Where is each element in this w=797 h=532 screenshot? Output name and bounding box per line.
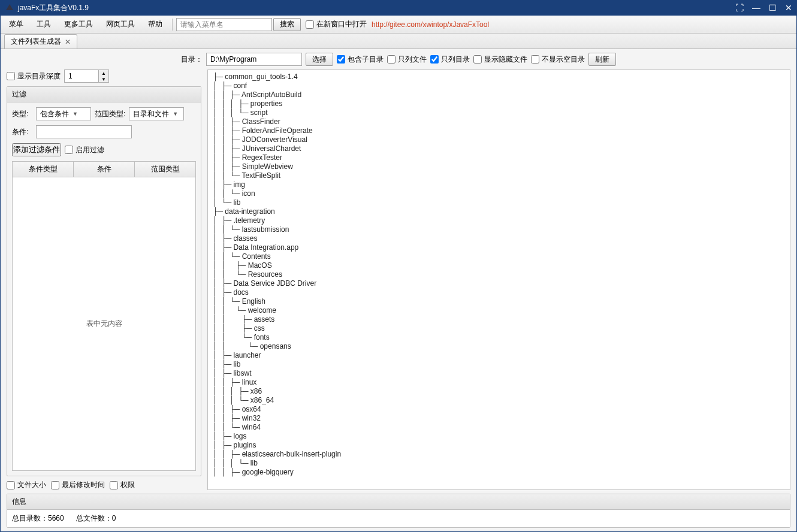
sidebar: 显示目录深度 ▲ ▼ 过滤 类型: xyxy=(7,69,201,490)
filter-group: 过滤 类型: 包含条件▼ 范围类型: 目录和文件▼ 条件: xyxy=(7,86,201,476)
spinner-up-icon[interactable]: ▲ xyxy=(99,70,108,76)
info-panel: 信息 总目录数：5660 总文件数：0 xyxy=(7,494,790,528)
new-window-label: 在新窗口中打开 xyxy=(316,19,367,29)
chevron-down-icon: ▼ xyxy=(73,111,78,117)
only-files-label: 只列文件 xyxy=(398,55,427,65)
perm-checkbox[interactable] xyxy=(110,481,118,489)
type-combo[interactable]: 包含条件▼ xyxy=(36,107,91,120)
filesize-checkbox[interactable] xyxy=(7,481,15,489)
depth-spinner[interactable]: ▲ ▼ xyxy=(64,69,109,83)
th-cond-type[interactable]: 条件类型 xyxy=(13,162,74,177)
minimize-icon[interactable]: — xyxy=(752,3,760,13)
menu-item-web-tools[interactable]: 网页工具 xyxy=(100,17,141,32)
app-icon xyxy=(5,3,14,13)
show-depth-checkbox[interactable] xyxy=(7,72,15,80)
mtime-checkbox[interactable] xyxy=(51,481,59,489)
scope-type-label: 范围类型: xyxy=(95,109,125,119)
th-cond[interactable]: 条件 xyxy=(74,162,135,177)
menu-item-menu[interactable]: 菜单 xyxy=(3,17,29,32)
search-button[interactable]: 搜索 xyxy=(273,18,301,31)
scope-type-combo[interactable]: 目录和文件▼ xyxy=(129,107,184,120)
total-dirs: 总目录数：5660 xyxy=(12,513,64,524)
total-files: 总文件数：0 xyxy=(76,513,116,524)
info-header: 信息 xyxy=(7,494,790,510)
project-link[interactable]: http://gitee.com/xwintop/xJavaFxTool xyxy=(372,20,489,29)
type-label: 类型: xyxy=(12,109,32,119)
th-scope-type[interactable]: 范围类型 xyxy=(135,162,195,177)
include-sub-label: 包含子目录 xyxy=(348,55,384,65)
filter-table: 条件类型 条件 范围类型 表中无内容 xyxy=(12,161,196,471)
refresh-button[interactable]: 刷新 xyxy=(588,53,616,66)
new-window-checkbox[interactable] xyxy=(306,20,314,29)
menu-item-tools[interactable]: 工具 xyxy=(31,17,57,32)
enable-filter-label: 启用过滤 xyxy=(76,145,104,155)
include-sub-checkbox[interactable] xyxy=(337,55,345,64)
add-filter-button[interactable]: 添加过滤条件 xyxy=(12,143,61,156)
only-files-checkbox[interactable] xyxy=(387,55,396,64)
show-hidden-label: 显示隐藏文件 xyxy=(484,55,527,65)
show-depth-label: 显示目录深度 xyxy=(17,71,61,81)
menu-search-input[interactable] xyxy=(176,18,272,31)
only-dirs-checkbox[interactable] xyxy=(430,55,439,64)
no-empty-dir-checkbox[interactable] xyxy=(531,55,539,64)
titlebar: javaFx工具集合V0.1.9 ⛶ — ☐ ✕ xyxy=(0,0,797,16)
tab-close-icon[interactable]: ✕ xyxy=(65,38,71,46)
menu-separator xyxy=(172,19,173,31)
toolbar: 目录： 选择 包含子目录 只列文件 只列目录 显示隐藏文件 不显示空目录 刷新 xyxy=(1,49,796,69)
show-hidden-checkbox[interactable] xyxy=(473,55,482,64)
menu-item-help[interactable]: 帮助 xyxy=(142,17,168,32)
window-title: javaFx工具集合V0.1.9 xyxy=(18,3,735,13)
maximize-icon[interactable]: ☐ xyxy=(769,3,777,13)
no-empty-dir-label: 不显示空目录 xyxy=(542,55,585,65)
spinner-down-icon[interactable]: ▼ xyxy=(99,76,108,82)
menu-item-more-tools[interactable]: 更多工具 xyxy=(58,17,99,32)
close-icon[interactable]: ✕ xyxy=(785,3,792,13)
perm-label: 权限 xyxy=(120,480,135,490)
dir-input[interactable] xyxy=(206,53,302,66)
file-tree[interactable]: ├─ common_gui_tools-1.4 │ ├─ conf │ │ ├─… xyxy=(207,69,790,490)
only-dirs-label: 只列目录 xyxy=(441,55,470,65)
fullscreen-icon[interactable]: ⛶ xyxy=(735,3,744,13)
depth-input[interactable] xyxy=(65,70,98,82)
filesize-label: 文件大小 xyxy=(17,480,46,490)
tab-file-list-generator[interactable]: 文件列表生成器 ✕ xyxy=(4,34,77,49)
dir-label: 目录： xyxy=(181,55,203,65)
tab-label: 文件列表生成器 xyxy=(11,37,61,47)
enable-filter-checkbox[interactable] xyxy=(65,146,73,154)
tabbar: 文件列表生成器 ✕ xyxy=(1,34,796,49)
menubar: 菜单 工具 更多工具 网页工具 帮助 搜索 在新窗口中打开 http://git… xyxy=(1,16,796,34)
chevron-down-icon: ▼ xyxy=(173,111,178,117)
filter-header: 过滤 xyxy=(7,87,201,102)
mtime-label: 最后修改时间 xyxy=(62,480,105,490)
table-empty-text: 表中无内容 xyxy=(13,177,195,470)
condition-input[interactable] xyxy=(36,125,132,138)
condition-label: 条件: xyxy=(12,127,32,137)
choose-button[interactable]: 选择 xyxy=(306,53,333,66)
